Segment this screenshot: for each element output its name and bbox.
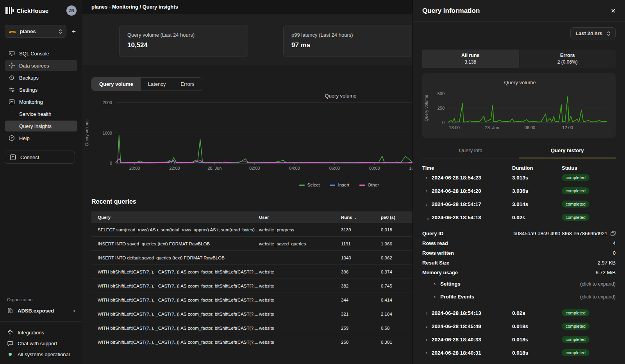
- add-service-button[interactable]: +: [70, 28, 77, 36]
- tab-query-info[interactable]: Query info: [422, 144, 519, 158]
- chevron-right-icon[interactable]: ›: [422, 175, 432, 181]
- user-avatar[interactable]: ZN: [66, 5, 77, 16]
- sidebar-item-label: Settings: [19, 87, 38, 93]
- tab-errors[interactable]: Errors: [173, 78, 202, 91]
- x-tick-label: 18:00: [449, 125, 460, 130]
- chevron-right-icon[interactable]: ›: [422, 201, 432, 207]
- expandable-section[interactable]: ›Profile Events(click to expand): [422, 290, 616, 303]
- copy-icon[interactable]: [611, 231, 616, 236]
- history-duration: 3.014s: [512, 201, 562, 207]
- expandable-section[interactable]: ›Settings(click to expand): [422, 277, 616, 290]
- x-tick-label: 22:00: [169, 166, 180, 170]
- column-runs[interactable]: Runs⌄: [341, 215, 381, 220]
- table-row[interactable]: WITH bitShiftLeft(CAST(?..), _CAST(?..))…: [91, 307, 412, 321]
- summary-section: Query volume (Last 24 hours) 10,524 p99 …: [82, 14, 412, 65]
- cell-p50: 2.184: [381, 312, 412, 316]
- organization-section-label: Organization: [5, 297, 77, 306]
- history-row[interactable]: ›2024-06-28 18:54:173.014scompleted: [422, 197, 616, 211]
- status-badge: completed: [562, 323, 589, 330]
- cell-runs: 1040: [341, 256, 381, 260]
- chevron-right-icon[interactable]: ›: [422, 323, 432, 329]
- cell-runs: 259: [341, 326, 381, 330]
- chevron-right-icon[interactable]: ›: [422, 337, 432, 343]
- cell-p50: 0.414: [381, 298, 412, 302]
- system-status[interactable]: All systems operational: [5, 349, 77, 359]
- tab-latency[interactable]: Latency: [141, 78, 173, 91]
- history-row[interactable]: ›2024-06-28 18:40:310.018scompleted: [422, 346, 616, 359]
- mini-chart-card: 025050018:0028. Jun06:0012:00Query volum…: [422, 73, 616, 138]
- detail-label: Memory usage: [422, 270, 458, 275]
- sidebar-item-backups[interactable]: Backups: [5, 72, 77, 83]
- chevron-right-icon[interactable]: ›: [422, 188, 432, 194]
- cell-user: website_progress: [259, 227, 341, 232]
- table-row[interactable]: WITH bitShiftLeft(CAST(?..), _CAST(?..))…: [91, 265, 412, 279]
- tab-value: 2 (0.06%): [520, 59, 616, 65]
- history-row[interactable]: ⌄2024-06-28 18:54:130.02scompleted: [422, 211, 616, 224]
- panel-body: Last 24 hrs All runs 3,138 Errors 2 (0.0…: [413, 22, 625, 359]
- cell-p50: 0.062: [381, 256, 412, 260]
- history-row[interactable]: ›2024-06-28 18:45:490.018scompleted: [422, 320, 616, 333]
- table-row[interactable]: INSERT INTO saved_queries (text) FORMAT …: [91, 237, 412, 251]
- tab-value: 3,138: [422, 59, 519, 65]
- column-p50[interactable]: p50 (s): [381, 215, 412, 220]
- detail-row: Rows written0: [422, 248, 616, 258]
- chevron-down-icon[interactable]: ⌄: [422, 215, 432, 221]
- detail-value-text: 0: [613, 250, 616, 256]
- table-row[interactable]: SELECT sum(read_rows) AS r, sum(total_ro…: [91, 223, 412, 237]
- column-query[interactable]: Query: [91, 215, 259, 220]
- history-row[interactable]: ›2024-06-28 18:54:233.013scompleted: [422, 171, 616, 184]
- history-time: 2024-06-28 18:54:17: [432, 201, 512, 207]
- sidebar-item-integrations[interactable]: Integrations: [5, 327, 77, 337]
- tab-query-volume[interactable]: Query volume: [92, 78, 141, 91]
- close-icon[interactable]: ✕: [611, 7, 616, 14]
- cell-user: website: [259, 284, 341, 288]
- cell-runs: 382: [341, 284, 381, 288]
- column-user[interactable]: User: [259, 215, 341, 220]
- table-row[interactable]: WITH bitShiftLeft(CAST(?..), _CAST(?..))…: [91, 293, 412, 307]
- history-time: 2024-06-28 18:54:13: [432, 310, 512, 316]
- history-row[interactable]: ›2024-06-28 18:40:330.018scompleted: [422, 333, 616, 346]
- table-row[interactable]: WITH bitShiftLeft(CAST(?..), _CAST(?..))…: [91, 321, 412, 335]
- sidebar-item-data-sources[interactable]: Data sources: [5, 60, 77, 71]
- history-row[interactable]: ›2024-06-28 18:54:203.036scompleted: [422, 184, 616, 197]
- expandable-label: Profile Events: [440, 294, 474, 300]
- cell-p50: 0.745: [381, 284, 412, 288]
- sidebar-item-label: Service health: [19, 111, 51, 117]
- recent-queries-table: Query User Runs⌄ p50 (s) SELECT sum(read…: [91, 211, 412, 349]
- detail-value: 4: [613, 240, 616, 246]
- connect-button[interactable]: Connect: [5, 151, 75, 164]
- sidebar-item-monitoring[interactable]: Monitoring: [5, 96, 77, 107]
- chevron-right-icon[interactable]: ›: [422, 310, 432, 316]
- detail-value-text: 4: [613, 240, 616, 246]
- detail-row: Rows read4: [422, 238, 616, 248]
- status-badge: completed: [562, 174, 589, 181]
- table-row[interactable]: WITH bitShiftLeft(CAST(?..), _CAST(?..))…: [91, 279, 412, 293]
- clickhouse-logo-icon: [5, 7, 14, 14]
- sidebar-item-chat-support[interactable]: Chat with support: [5, 338, 77, 348]
- organization-selector[interactable]: ADSB.exposed ›: [5, 306, 77, 315]
- time-range-select[interactable]: Last 24 hrs: [570, 27, 616, 39]
- history-status: completed: [562, 187, 616, 194]
- status-badge: completed: [562, 201, 589, 208]
- table-row[interactable]: INSERT INTO default.saved_queries (text)…: [91, 251, 412, 265]
- sidebar-item-help[interactable]: ? Help: [5, 133, 77, 144]
- sidebar-item-sql-console[interactable]: SQL Console: [5, 48, 77, 59]
- sidebar-item-service-health[interactable]: Service health: [5, 108, 77, 119]
- tab-all-runs[interactable]: All runs 3,138: [422, 50, 519, 68]
- table-row[interactable]: WITH bitShiftLeft(CAST(?..), _CAST(?..))…: [91, 335, 412, 349]
- sidebar-item-settings[interactable]: Settings: [5, 84, 77, 95]
- chevron-right-icon[interactable]: ›: [422, 350, 432, 356]
- cell-runs: 1191: [341, 241, 381, 246]
- legend-item-other[interactable]: Other: [359, 183, 379, 187]
- tab-errors-count[interactable]: Errors 2 (0.06%): [520, 50, 616, 68]
- history-row[interactable]: ›2024-06-28 18:54:130.02scompleted: [422, 306, 616, 320]
- sidebar-item-label: Integrations: [18, 330, 44, 336]
- legend-item-insert[interactable]: Insert: [330, 183, 349, 187]
- legend-item-select[interactable]: Select: [299, 183, 320, 187]
- tab-query-history[interactable]: Query history: [519, 144, 616, 158]
- sidebar-item-query-insights[interactable]: Query insights: [5, 121, 77, 131]
- query-history-rows: ›2024-06-28 18:54:233.013scompleted›2024…: [422, 171, 616, 359]
- sort-down-icon: ⌄: [354, 215, 357, 220]
- cell-query: INSERT INTO default.saved_queries (text)…: [91, 256, 259, 260]
- service-selector[interactable]: aws planes: [5, 25, 66, 38]
